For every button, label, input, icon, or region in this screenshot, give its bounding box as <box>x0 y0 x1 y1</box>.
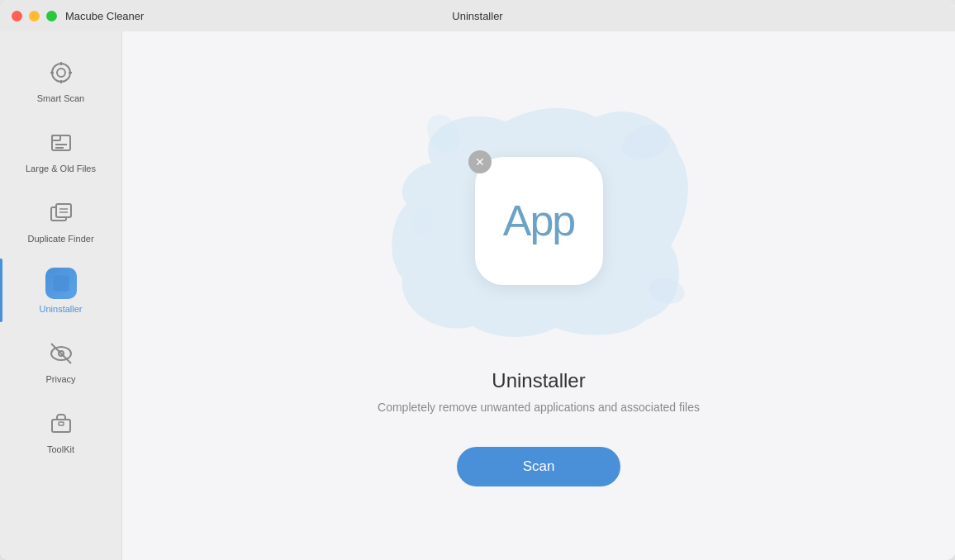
svg-point-1 <box>57 69 65 77</box>
sidebar-item-toolkit[interactable]: ToolKit <box>0 399 121 463</box>
main-content: Smart Scan Large & Old Files <box>0 31 955 560</box>
sidebar-item-large-old-files-label: Large & Old Files <box>26 164 96 173</box>
page-title: Uninstaller <box>452 10 502 22</box>
app-icon-container: ✕ App <box>475 157 603 285</box>
smart-scan-icon <box>45 56 78 89</box>
content-title: Uninstaller <box>492 369 585 392</box>
content-subtitle: Completely remove unwanted applications … <box>378 401 700 414</box>
sidebar: Smart Scan Large & Old Files <box>0 31 122 560</box>
x-badge: ✕ <box>468 150 492 173</box>
hero-illustration: ✕ App <box>373 88 704 353</box>
large-old-files-icon <box>45 126 78 159</box>
sidebar-item-uninstaller[interactable]: Uninstaller <box>0 259 121 322</box>
sidebar-item-privacy-label: Privacy <box>45 374 75 384</box>
app-name: Macube Cleaner <box>65 10 144 22</box>
app-window: Macube Cleaner Uninstaller Smart Sc <box>0 0 955 560</box>
sidebar-item-uninstaller-label: Uninstaller <box>40 304 83 314</box>
toolkit-icon <box>45 407 78 440</box>
svg-rect-7 <box>52 135 60 140</box>
maximize-button[interactable] <box>46 11 57 21</box>
app-icon-text: App <box>503 196 575 245</box>
sidebar-item-duplicate-finder-label: Duplicate Finder <box>27 234 93 244</box>
sidebar-item-duplicate-finder[interactable]: Duplicate Finder <box>0 188 121 252</box>
sidebar-item-smart-scan[interactable]: Smart Scan <box>0 48 121 112</box>
sidebar-item-large-old-files[interactable]: Large & Old Files <box>0 118 121 182</box>
sidebar-item-toolkit-label: ToolKit <box>47 444 74 454</box>
svg-rect-11 <box>56 204 71 217</box>
sidebar-item-smart-scan-label: Smart Scan <box>37 93 84 103</box>
content-area: ✕ App Uninstaller Completely remove unwa… <box>122 31 955 560</box>
scan-button[interactable]: Scan <box>457 447 621 486</box>
app-icon: App <box>475 157 603 285</box>
svg-point-0 <box>52 64 70 82</box>
uninstaller-icon <box>45 267 78 300</box>
traffic-lights <box>12 11 57 21</box>
svg-rect-21 <box>59 422 64 425</box>
privacy-icon <box>45 337 78 370</box>
duplicate-finder-icon <box>45 197 78 230</box>
sidebar-item-privacy[interactable]: Privacy <box>0 329 121 392</box>
minimize-button[interactable] <box>29 11 40 21</box>
close-button[interactable] <box>12 11 22 21</box>
title-bar: Macube Cleaner Uninstaller <box>0 0 955 31</box>
